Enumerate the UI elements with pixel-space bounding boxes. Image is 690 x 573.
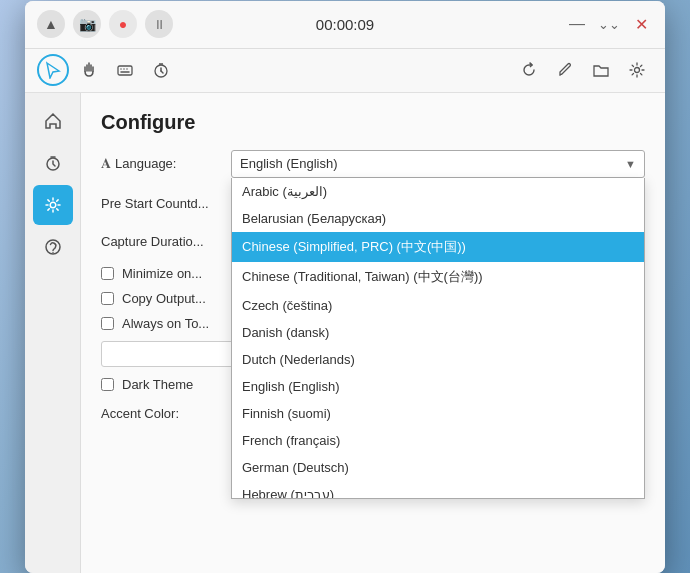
copy-output-checkbox[interactable] [101, 292, 114, 305]
sidebar-item-home[interactable] [33, 101, 73, 141]
language-option[interactable]: Chinese (Simplified, PRC) (中文(中国)) [232, 232, 644, 262]
main-layout: Configure 𝐀 Language: English (English) … [25, 93, 665, 573]
pause-button[interactable]: ⏸ [145, 10, 173, 38]
language-select[interactable]: English (English) ▼ [231, 150, 645, 178]
dropdown-arrow-icon: ▼ [625, 158, 636, 170]
pen-tool-button[interactable] [549, 54, 581, 86]
page-title: Configure [101, 111, 645, 134]
keyboard-tool-button[interactable] [109, 54, 141, 86]
language-option[interactable]: Chinese (Traditional, Taiwan) (中文(台灣)) [232, 262, 644, 292]
copy-output-label: Copy Output... [122, 291, 206, 306]
folder-tool-button[interactable] [585, 54, 617, 86]
svg-line-7 [161, 71, 163, 73]
collapse-button[interactable]: ⌄⌄ [597, 12, 621, 36]
language-option[interactable]: Belarusian (Беларуская) [232, 205, 644, 232]
title-bar: ▲ 📷 ● ⏸ 00:00:09 — ⌄⌄ ✕ [25, 1, 665, 49]
svg-point-13 [50, 202, 56, 208]
refresh-tool-button[interactable] [513, 54, 545, 86]
language-row: 𝐀 Language: English (English) ▼ Arabic (… [101, 150, 645, 178]
title-bar-icons: ▲ 📷 ● ⏸ [37, 10, 173, 38]
record-button[interactable]: ● [109, 10, 137, 38]
language-option[interactable]: Dutch (Nederlands) [232, 346, 644, 373]
svg-rect-0 [118, 66, 132, 75]
capture-duration-label: Capture Duratio... [101, 234, 231, 249]
sidebar-item-settings[interactable] [33, 185, 73, 225]
toolbar [25, 49, 665, 93]
minimize-label: Minimize on... [122, 266, 202, 281]
svg-point-15 [52, 251, 53, 252]
svg-point-10 [635, 68, 640, 73]
language-option[interactable]: Hebrew (עברית) [232, 481, 644, 498]
language-list[interactable]: Arabic (العربية)Belarusian (Беларуская)C… [232, 178, 644, 498]
timer-display: 00:00:09 [316, 16, 374, 33]
language-option[interactable]: German (Deutsch) [232, 454, 644, 481]
pre-start-label: Pre Start Countd... [101, 196, 231, 211]
language-icon: 𝐀 [101, 155, 111, 172]
back-button[interactable]: ▲ [37, 10, 65, 38]
language-dropdown[interactable]: Arabic (العربية)Belarusian (Беларуская)C… [231, 178, 645, 499]
sidebar-item-history[interactable] [33, 143, 73, 183]
screenshot-button[interactable]: 📷 [73, 10, 101, 38]
gear-tool-button[interactable] [621, 54, 653, 86]
language-select-wrapper: English (English) ▼ Arabic (العربية)Bela… [231, 150, 645, 178]
cursor-tool-button[interactable] [37, 54, 69, 86]
sidebar [25, 93, 81, 573]
minimize-button[interactable]: — [565, 12, 589, 36]
language-option[interactable]: Arabic (العربية) [232, 178, 644, 205]
close-button[interactable]: ✕ [629, 12, 653, 36]
dark-theme-checkbox[interactable] [101, 378, 114, 391]
language-option[interactable]: English (English) [232, 373, 644, 400]
hand-tool-button[interactable] [73, 54, 105, 86]
content-area: Configure 𝐀 Language: English (English) … [81, 93, 665, 573]
title-controls: — ⌄⌄ ✕ [565, 12, 653, 36]
sidebar-item-help[interactable] [33, 227, 73, 267]
language-option[interactable]: Danish (dansk) [232, 319, 644, 346]
language-option[interactable]: French (français) [232, 427, 644, 454]
always-on-label: Always on To... [122, 316, 209, 331]
language-label: 𝐀 Language: [101, 155, 231, 172]
accent-color-label: Accent Color: [101, 406, 231, 421]
main-window: ▲ 📷 ● ⏸ 00:00:09 — ⌄⌄ ✕ [25, 1, 665, 573]
always-on-checkbox[interactable] [101, 317, 114, 330]
minimize-checkbox[interactable] [101, 267, 114, 280]
language-option[interactable]: Czech (čeština) [232, 292, 644, 319]
dark-theme-label: Dark Theme [122, 377, 193, 392]
timer-tool-button[interactable] [145, 54, 177, 86]
language-option[interactable]: Finnish (suomi) [232, 400, 644, 427]
